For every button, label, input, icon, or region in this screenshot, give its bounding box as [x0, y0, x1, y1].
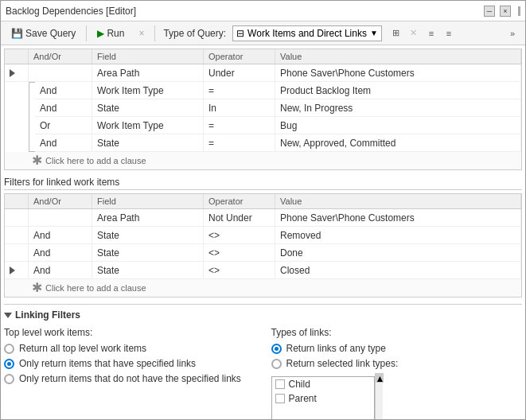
- row-arrow-cell: [5, 227, 29, 243]
- row-operator: <>: [204, 262, 275, 278]
- row-value: Product Backlog Item: [275, 82, 521, 99]
- run-button[interactable]: ▶ Run: [92, 25, 130, 41]
- table-row[interactable]: And State In New, In Progress: [35, 99, 521, 117]
- main-window: Backlog Dependencies [Editor] ─ × 💾 Save…: [0, 0, 526, 420]
- bracket-group-container: And Work Item Type = Product Backlog Ite…: [5, 82, 521, 152]
- list-item[interactable]: Parent: [272, 391, 374, 406]
- layout-icon-2[interactable]: ✕: [406, 25, 422, 41]
- chevron-down-icon: ▼: [370, 29, 378, 37]
- table-row[interactable]: And State <> Removed: [5, 227, 521, 244]
- save-query-button[interactable]: 💾 Save Query: [6, 25, 81, 41]
- add-clause-icon: ✱: [32, 154, 42, 167]
- col-andor: And/Or: [29, 194, 92, 208]
- row-field: Area Path: [92, 64, 204, 81]
- gripper[interactable]: [516, 6, 520, 16]
- add-clause-row[interactable]: ✱ Click here to add a clause: [5, 152, 521, 169]
- top-level-title: Top level work items:: [4, 327, 255, 338]
- row-arrow-cell: [5, 64, 29, 81]
- parent-checkbox[interactable]: [275, 394, 285, 403]
- query-type-label: Type of Query:: [160, 28, 229, 39]
- close-button[interactable]: ×: [500, 6, 511, 17]
- query-type-dropdown[interactable]: ⊟ Work Items and Direct Links ▼: [232, 25, 382, 41]
- row-operator: =: [204, 82, 275, 99]
- row-operator: =: [204, 117, 275, 134]
- row-arrow-cell: [5, 262, 29, 278]
- title-bar: Backlog Dependencies [Editor] ─ ×: [1, 1, 525, 21]
- row-andor: [29, 64, 92, 81]
- row-field: State: [92, 262, 204, 278]
- pin-button[interactable]: ─: [484, 6, 495, 17]
- radio-any[interactable]: [271, 344, 282, 354]
- table-row[interactable]: And State <> Closed: [5, 262, 521, 279]
- radio-3[interactable]: [4, 374, 14, 384]
- radio-label-3: Only return items that do not have the s…: [19, 373, 241, 384]
- link-types-container: Child Parent ▲ ▼: [271, 373, 523, 419]
- child-label: Child: [289, 379, 310, 390]
- col-arrow: [5, 49, 29, 64]
- col-andor: And/Or: [29, 49, 92, 64]
- row-andor: Or: [35, 117, 92, 134]
- linked-filters-grid: And/Or Field Operator Value Area Path No…: [4, 193, 522, 298]
- radio-item-1[interactable]: Return all top level work items: [4, 343, 255, 354]
- add-clause-label-2: Click here to add a clause: [45, 283, 146, 293]
- scrollbar[interactable]: ▲ ▼: [375, 373, 383, 419]
- list-item[interactable]: Child: [272, 377, 374, 391]
- row-field: State: [92, 134, 204, 151]
- toolbar: 💾 Save Query ▶ Run × Type of Query: ⊟ Wo…: [1, 21, 525, 45]
- row-operator: In: [204, 99, 275, 116]
- layout-icon-4[interactable]: ≡: [441, 25, 457, 41]
- expand-icon: [10, 69, 15, 77]
- table-row[interactable]: And State = New, Approved, Committed: [35, 134, 521, 152]
- add-clause-label: Click here to add a clause: [45, 156, 146, 165]
- row-field: State: [92, 99, 204, 116]
- table-row[interactable]: And Work Item Type = Product Backlog Ite…: [35, 82, 521, 99]
- radio-item-any[interactable]: Return links of any type: [271, 343, 523, 354]
- run-icon: ▶: [97, 28, 104, 39]
- linked-filters-section: Filters for linked work items And/Or Fie…: [4, 177, 522, 298]
- row-operator: Not Under: [204, 209, 275, 226]
- more-options-icon[interactable]: »: [505, 25, 520, 41]
- radio-1[interactable]: [4, 344, 14, 354]
- expand-icon: [10, 266, 15, 274]
- row-andor: And: [29, 244, 92, 261]
- radio-2[interactable]: [4, 359, 14, 369]
- row-value: New, In Progress: [275, 99, 521, 116]
- table-row[interactable]: Or Work Item Type = Bug: [35, 117, 521, 134]
- row-operator: Under: [204, 64, 275, 81]
- radio-selected[interactable]: [271, 359, 282, 369]
- row-operator: <>: [204, 227, 275, 243]
- table-row[interactable]: Area Path Not Under Phone Saver\Phone Cu…: [5, 209, 521, 227]
- radio-item-selected[interactable]: Return selected link types:: [271, 358, 523, 369]
- collapse-icon[interactable]: [4, 313, 12, 318]
- row-arrow-cell: [5, 209, 29, 226]
- child-checkbox[interactable]: [275, 379, 285, 389]
- link-types-list[interactable]: Child Parent: [271, 376, 375, 419]
- row-field: Work Item Type: [92, 82, 204, 99]
- layout-icon-1[interactable]: ⊞: [388, 25, 404, 41]
- col-arrow: [5, 194, 29, 208]
- row-andor: And: [35, 82, 92, 99]
- separator: [86, 25, 87, 41]
- row-andor: And: [29, 262, 92, 278]
- linking-right: Types of links: Return links of any type…: [271, 327, 523, 419]
- top-query-grid: And/Or Field Operator Value Area Path Un…: [4, 49, 522, 170]
- col-value: Value: [275, 194, 521, 208]
- col-operator: Operator: [204, 49, 275, 64]
- cancel-run-button[interactable]: ×: [133, 25, 150, 41]
- add-clause-row-2[interactable]: ✱ Click here to add a clause: [5, 279, 521, 297]
- row-value: Bug: [275, 117, 521, 134]
- table-row[interactable]: And State <> Done: [5, 244, 521, 262]
- radio-item-3[interactable]: Only return items that do not have the s…: [4, 373, 255, 384]
- layout-icon-3[interactable]: ≡: [423, 25, 439, 41]
- row-field: State: [92, 227, 204, 243]
- window-title: Backlog Dependencies [Editor]: [6, 6, 479, 17]
- linked-filters-title: Filters for linked work items: [4, 177, 522, 190]
- table-row[interactable]: Area Path Under Phone Saver\Phone Custom…: [5, 64, 521, 82]
- radio-item-2[interactable]: Only return items that have specified li…: [4, 358, 255, 369]
- scroll-up-button[interactable]: ▲: [376, 373, 384, 383]
- linking-left: Top level work items: Return all top lev…: [4, 327, 255, 419]
- main-content: And/Or Field Operator Value Area Path Un…: [1, 45, 525, 419]
- row-value: Phone Saver\Phone Customers: [275, 209, 521, 226]
- radio-label-2: Only return items that have specified li…: [19, 358, 196, 369]
- radio-label-selected: Return selected link types:: [286, 358, 399, 369]
